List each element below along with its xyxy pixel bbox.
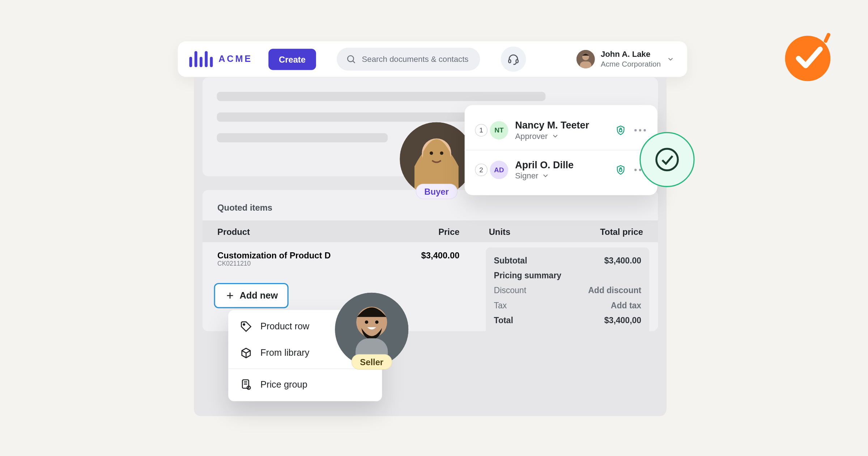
add-discount-link[interactable]: Add discount (588, 286, 641, 295)
support-button[interactable] (501, 46, 526, 72)
skeleton-line (217, 92, 546, 101)
recipient-row[interactable]: 1 NT Nancy M. Teeter Approver (465, 111, 658, 150)
user-name: John A. Lake (601, 50, 661, 60)
col-units: Units (489, 227, 510, 236)
user-menu[interactable]: John A. Lake Acme Corporation (576, 50, 675, 69)
add-new-button[interactable]: Add new (214, 283, 289, 308)
recipient-name: April O. Dille (515, 160, 608, 171)
tax-label: Tax (494, 301, 507, 310)
chevron-down-icon (551, 132, 559, 140)
svg-point-12 (440, 151, 443, 155)
svg-rect-3 (516, 60, 518, 63)
user-org: Acme Corporation (601, 59, 661, 69)
total-value: $3,400,00 (604, 316, 641, 325)
cube-icon (240, 347, 252, 359)
buyer-avatar: Buyer (400, 122, 473, 196)
search-icon (346, 54, 356, 64)
recipient-role-select[interactable]: Signer (515, 171, 608, 180)
create-button[interactable]: Create (268, 48, 316, 70)
check-circle-icon (653, 145, 681, 174)
recipient-row[interactable]: 2 AD April O. Dille Signer (465, 151, 658, 190)
search-placeholder: Search documents & contacts (362, 55, 468, 64)
chevron-down-icon (667, 55, 675, 63)
recipients-card: 1 NT Nancy M. Teeter Approver 2 AD April… (465, 105, 658, 195)
svg-rect-6 (580, 62, 592, 68)
svg-rect-17 (823, 33, 831, 43)
svg-point-27 (375, 320, 378, 324)
more-menu-button[interactable] (633, 127, 647, 134)
recipient-order: 1 (475, 124, 488, 137)
product-sku: CK0211210 (217, 260, 379, 267)
add-new-label: Add new (239, 291, 278, 301)
recipient-order: 2 (475, 164, 488, 176)
svg-point-15 (656, 149, 678, 170)
recipient-name: Nancy M. Teeter (515, 120, 608, 131)
svg-point-16 (785, 36, 831, 81)
col-total: Total price (600, 227, 643, 236)
brand-logo: ACME (189, 51, 252, 67)
headset-icon (507, 53, 520, 66)
brand-name: ACME (218, 54, 252, 64)
subtotal-value: $3,400.00 (604, 256, 641, 265)
recipient-initials: NT (490, 121, 508, 140)
total-label: Total (494, 316, 513, 325)
receipt-icon: $ (240, 378, 252, 391)
seller-avatar: Seller (335, 293, 408, 366)
recipient-initials: AD (490, 161, 508, 179)
shield-lock-icon (615, 164, 626, 176)
recipient-role-select[interactable]: Approver (515, 131, 608, 140)
shield-lock-icon (615, 124, 626, 136)
tag-icon (240, 320, 252, 333)
product-name: Customization of Product D (217, 250, 379, 260)
paint-check-badge (783, 31, 835, 83)
add-tax-link[interactable]: Add tax (611, 301, 641, 310)
svg-rect-2 (509, 60, 511, 63)
col-price: Price (438, 227, 459, 236)
col-product: Product (217, 227, 379, 236)
seller-tag: Seller (352, 354, 392, 370)
svg-line-1 (353, 61, 355, 63)
chevron-down-icon (542, 172, 550, 180)
avatar (576, 50, 595, 68)
quote-title: Quoted items (203, 200, 658, 221)
subtotal-label: Subtotal (494, 256, 527, 265)
logo-bars-icon (189, 51, 213, 67)
discount-label: Discount (494, 286, 526, 295)
menu-item-price-group[interactable]: $ Price group (228, 371, 382, 398)
skeleton-line (217, 133, 388, 142)
svg-point-18 (243, 324, 244, 325)
table-header: Product Price Units Total price (203, 220, 658, 242)
svg-rect-13 (620, 129, 622, 132)
plus-icon (225, 291, 235, 301)
row-price: $3,400.00 (421, 250, 460, 267)
svg-point-0 (348, 56, 354, 62)
svg-rect-14 (620, 169, 622, 172)
svg-point-26 (365, 320, 368, 324)
pricing-summary-label: Pricing summary (494, 271, 562, 280)
pricing-summary: Subtotal$3,400.00 Pricing summary Discou… (486, 248, 649, 336)
approved-badge (639, 132, 694, 187)
buyer-tag: Buyer (416, 184, 457, 199)
svg-text:$: $ (248, 387, 250, 389)
svg-point-11 (430, 151, 433, 155)
app-topbar: ACME Create Search documents & contacts … (178, 41, 687, 77)
search-input[interactable]: Search documents & contacts (337, 48, 480, 71)
orange-check-icon (783, 31, 835, 83)
